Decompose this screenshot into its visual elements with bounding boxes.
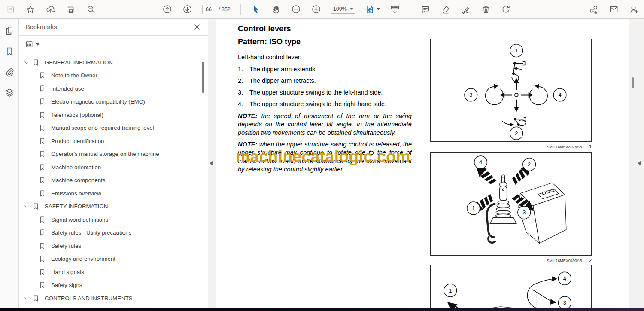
bookmark-item[interactable]: Safety rules bbox=[19, 239, 208, 253]
chevron-down-icon bbox=[377, 8, 380, 10]
zoom-out-icon[interactable] bbox=[291, 4, 301, 15]
highlight-icon[interactable] bbox=[440, 4, 451, 15]
bookmark-tree: GENERAL INFORMATION Note to the Owner In… bbox=[19, 53, 208, 308]
bookmark-section[interactable]: GENERAL INFORMATION bbox=[19, 56, 208, 69]
star-icon[interactable] bbox=[25, 4, 36, 15]
toolbar-separator bbox=[240, 4, 241, 15]
arrow-up-left bbox=[444, 299, 470, 308]
bookmark-icon bbox=[39, 229, 47, 236]
add-account-icon[interactable] bbox=[629, 4, 639, 15]
page-total-label: / 352 bbox=[219, 6, 231, 12]
chevron-down-icon[interactable] bbox=[24, 60, 30, 65]
attachments-icon[interactable] bbox=[4, 67, 15, 77]
figure-label: 3 bbox=[563, 299, 566, 306]
comment-icon[interactable] bbox=[420, 4, 431, 15]
list-item: 3.The upper structure swings to the left… bbox=[238, 88, 411, 96]
bookmark-icon bbox=[39, 242, 47, 250]
bookmark-item[interactable]: Hand signals bbox=[19, 265, 208, 279]
figure-label: 1 bbox=[472, 205, 475, 211]
figure-label: 4 bbox=[479, 159, 482, 165]
list-item: 4.The upper structure swings to the righ… bbox=[238, 100, 411, 108]
select-tool-icon[interactable] bbox=[251, 4, 261, 15]
zoom-in-icon[interactable] bbox=[311, 4, 322, 15]
delete-icon[interactable] bbox=[481, 4, 491, 15]
page-navigation: / 352 bbox=[202, 5, 231, 14]
swing-left-glyph bbox=[486, 87, 504, 105]
figure-label: 1 bbox=[515, 47, 518, 54]
bookmark-section[interactable]: SAFETY INFORMATION bbox=[19, 200, 208, 213]
figure-swing-partial: 1 4 3 bbox=[430, 265, 592, 308]
bookmark-item[interactable]: Machine orientation bbox=[19, 161, 208, 174]
right-scroll-strip bbox=[629, 19, 644, 308]
bookmark-item[interactable]: Telematics (optional) bbox=[19, 108, 208, 122]
save-icon[interactable] bbox=[5, 4, 15, 15]
figure-label: 3 bbox=[469, 91, 472, 98]
left-rail bbox=[0, 19, 19, 308]
chevron-down-icon[interactable] bbox=[24, 204, 30, 209]
chevron-down-icon[interactable] bbox=[24, 296, 30, 301]
watermark: machinecatalogic.com bbox=[236, 148, 410, 166]
collapse-right-panel-icon[interactable] bbox=[638, 161, 641, 166]
fit-page-dropdown[interactable] bbox=[365, 5, 380, 14]
toolbar-separator bbox=[410, 4, 410, 15]
panel-divider[interactable] bbox=[208, 19, 216, 308]
bookmarks-panel: Bookmarks GENERAL INFORMATION Note to t bbox=[19, 19, 208, 308]
bookmark-item[interactable]: Machine components bbox=[19, 174, 208, 187]
bookmark-item[interactable]: Safety rules - Utility precautions bbox=[19, 226, 208, 240]
bookmark-item[interactable]: Operator's manual storage on the machine bbox=[19, 148, 208, 161]
hand-tool-icon[interactable] bbox=[271, 4, 281, 15]
bookmark-item[interactable]: Intended use bbox=[19, 82, 208, 95]
bookmark-icon bbox=[32, 59, 41, 66]
page-scrollbar[interactable] bbox=[632, 77, 634, 88]
list-item: 2.The dipper arm retracts. bbox=[238, 77, 411, 85]
list-item: 1.The dipper arm extends. bbox=[238, 65, 411, 73]
bookmarks-icon[interactable] bbox=[4, 46, 15, 57]
note-paragraph: NOTE: the speed of movement of the arm o… bbox=[238, 112, 412, 137]
bookmark-item[interactable]: Ecology and environment bbox=[19, 253, 208, 266]
page-thumbnails-icon[interactable] bbox=[4, 26, 15, 36]
bookmarks-options-button[interactable] bbox=[25, 39, 45, 50]
page-number-input[interactable] bbox=[202, 5, 215, 14]
bookmarks-panel-header: Bookmarks bbox=[19, 19, 208, 36]
doc-heading: Control levers bbox=[238, 24, 291, 34]
bookmark-item[interactable]: Emissions overview bbox=[19, 187, 208, 200]
bookmark-item[interactable]: Signal word definitions bbox=[19, 213, 208, 226]
pdf-page: Control levers Pattern: ISO type Left-ha… bbox=[216, 19, 629, 308]
bookmark-icon bbox=[39, 190, 47, 197]
link-share-icon[interactable] bbox=[588, 4, 598, 15]
dipper-extend-glyph bbox=[512, 62, 525, 82]
bookmark-item[interactable]: Manual scope and required training level bbox=[19, 122, 208, 135]
page-down-icon[interactable] bbox=[182, 4, 192, 15]
page-up-icon[interactable] bbox=[162, 4, 172, 15]
bookmark-item[interactable]: Product identification bbox=[19, 134, 208, 148]
bookmark-icon bbox=[39, 111, 47, 119]
share-upload-icon[interactable] bbox=[46, 4, 56, 15]
print-icon[interactable] bbox=[66, 4, 76, 15]
rotate-icon[interactable] bbox=[501, 4, 511, 15]
bookmark-section[interactable]: CONTROLS AND INSTRUMENTS bbox=[19, 292, 208, 305]
bookmark-icon bbox=[39, 216, 47, 223]
figure-joystick: 4 2 1 3 bbox=[430, 152, 592, 256]
bookmark-item[interactable]: Safety signs bbox=[19, 279, 208, 292]
zoom-level-dropdown[interactable]: 109% bbox=[331, 5, 355, 14]
figure-caption: SMIL16MEX0490AB 2 bbox=[430, 258, 592, 263]
bookmark-icon bbox=[39, 281, 47, 289]
collapse-panel-icon[interactable] bbox=[210, 161, 213, 166]
figure-label: 2 bbox=[515, 130, 518, 137]
chevron-down-icon bbox=[350, 8, 353, 10]
bookmarks-options-row bbox=[19, 36, 208, 53]
sign-icon[interactable] bbox=[461, 4, 471, 15]
scroll-mode-icon[interactable] bbox=[390, 4, 400, 15]
doc-intro: Left-hand control lever: bbox=[238, 54, 301, 61]
bookmark-item[interactable]: Electro-magnetic compatibility (EMC) bbox=[19, 95, 208, 109]
chevron-down-icon bbox=[36, 43, 39, 46]
close-icon[interactable] bbox=[193, 23, 201, 31]
doc-numbered-list: 1.The dipper arm extends. 2.The dipper a… bbox=[238, 65, 411, 112]
email-icon[interactable] bbox=[608, 4, 619, 15]
marquee-zoom-icon[interactable] bbox=[86, 4, 96, 15]
layers-icon[interactable] bbox=[4, 88, 15, 98]
panel-title: Bookmarks bbox=[26, 24, 57, 30]
bookmark-item[interactable]: Note to the Owner bbox=[19, 69, 208, 82]
bookmark-icon bbox=[39, 72, 47, 79]
panel-scrollbar[interactable] bbox=[202, 62, 204, 93]
